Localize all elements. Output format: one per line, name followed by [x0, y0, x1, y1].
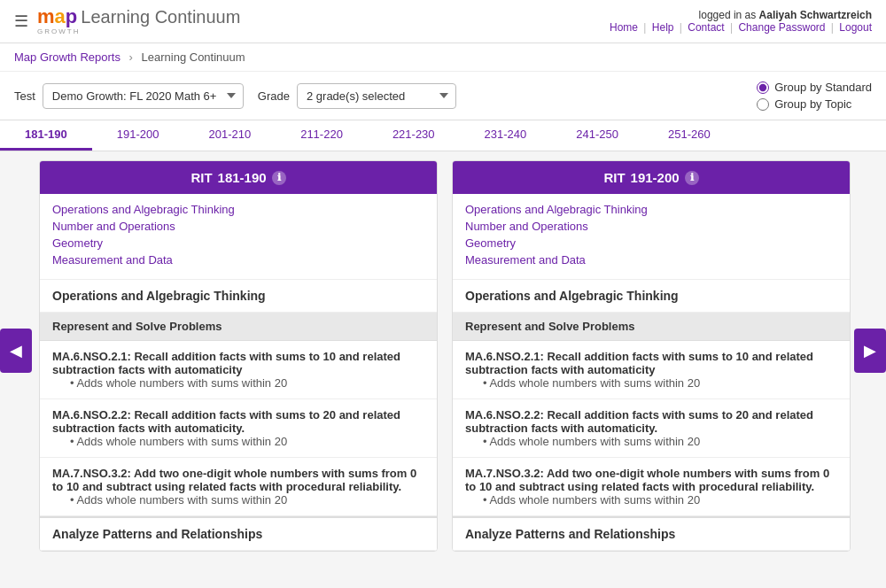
panel1-link-number[interactable]: Number and Operations — [52, 220, 424, 233]
panel2-subsection-1: Represent and Solve Problems — [453, 313, 850, 341]
nav-change-password[interactable]: Change Password — [738, 21, 825, 34]
panel2-bullet-1: Adds whole numbers with sums within 20 — [483, 376, 837, 390]
panel1-section-title: Operations and Algebragic Thinking — [52, 289, 424, 303]
hamburger-menu[interactable]: ☰ — [14, 12, 28, 31]
panel2-link-operations[interactable]: Operations and Algebragic Thinking — [465, 203, 837, 216]
rit-tab-221-230[interactable]: 221-230 — [368, 120, 460, 151]
panel2-standard-3: MA.7.NSO.3.2: Add two one-digit whole nu… — [453, 458, 850, 516]
nav-right-button[interactable]: ▶ — [854, 329, 886, 373]
rit-tabs: 181-190 191-200 201-210 211-220 221-230 … — [0, 120, 886, 151]
panel1-standard-code-1: MA.6.NSO.2.1: Recall addition facts with… — [52, 350, 424, 376]
panel2-info-icon[interactable]: ℹ — [685, 171, 699, 185]
breadcrumb-current: Learning Continuum — [142, 50, 245, 64]
panel1-link-operations[interactable]: Operations and Algebragic Thinking — [52, 203, 424, 216]
panel1-standard-3: MA.7.NSO.3.2: Add two one-digit whole nu… — [40, 458, 437, 516]
panel2-link-measurement[interactable]: Measurement and Data — [465, 253, 837, 267]
panel2-standard-code-3: MA.7.NSO.3.2: Add two one-digit whole nu… — [465, 467, 837, 493]
grade-control: Grade 2 grade(s) selected — [258, 83, 456, 109]
main-content: ◀ RIT 181-190 ℹ Operations and Algebragi… — [0, 151, 886, 561]
controls-bar: Test Demo Growth: FL 2020 Math 6+ Grade … — [0, 72, 886, 120]
test-control: Test Demo Growth: FL 2020 Math 6+ — [14, 83, 244, 109]
test-label: Test — [14, 89, 35, 103]
panel1-link-geometry[interactable]: Geometry — [52, 236, 424, 250]
breadcrumb-parent[interactable]: Map Growth Reports — [14, 50, 120, 64]
nav-left-button[interactable]: ◀ — [0, 329, 32, 373]
username: Aaliyah Schwartzreich — [759, 9, 872, 21]
grade-dropdown[interactable]: 2 grade(s) selected — [297, 83, 456, 109]
panel2-section-header: Operations and Algebragic Thinking — [453, 280, 850, 313]
panel1-rit-range: 181-190 — [218, 170, 267, 185]
right-arrow-icon: ▶ — [864, 341, 876, 360]
panel1-info-icon[interactable]: ℹ — [272, 171, 286, 185]
panel1-rit-label: RIT — [190, 170, 212, 185]
radio-topic-label: Group by Topic — [774, 97, 851, 111]
rit-tab-211-220[interactable]: 211-220 — [276, 120, 368, 151]
panel1-standard-1: MA.6.NSO.2.1: Recall addition facts with… — [40, 341, 437, 399]
rit-tab-251-260[interactable]: 251-260 — [643, 120, 735, 151]
radio-standard-input[interactable] — [757, 81, 769, 94]
panel2-standard-1: MA.6.NSO.2.1: Recall addition facts with… — [453, 341, 850, 399]
panel2-section-analyze: Analyze Patterns and Relationships — [453, 516, 850, 551]
panel2-bullet-2: Adds whole numbers with sums within 20 — [483, 435, 837, 448]
breadcrumb: Map Growth Reports › Learning Continuum — [0, 43, 886, 72]
rit-tab-231-240[interactable]: 231-240 — [460, 120, 552, 151]
panel2-analyze-title: Analyze Patterns and Relationships — [465, 527, 837, 541]
grouping-radio-group: Group by Standard Group by Topic — [757, 81, 872, 111]
logo-title: Learning Continuum — [81, 7, 240, 27]
radio-standard[interactable]: Group by Standard — [757, 81, 872, 94]
panel1-link-measurement[interactable]: Measurement and Data — [52, 253, 424, 267]
panel2-rit-range: 191-200 — [631, 170, 680, 185]
panel2-bullet-3: Adds whole numbers with sums within 20 — [483, 493, 837, 507]
rit-tab-201-210[interactable]: 201-210 — [183, 120, 276, 151]
panel2-subsection-title-1: Represent and Solve Problems — [465, 320, 837, 333]
user-info: logged in as Aaliyah Schwartzreich — [610, 9, 872, 21]
panel2-standard-2: MA.6.NSO.2.2: Recall addition facts with… — [453, 399, 850, 458]
nav-logout[interactable]: Logout — [839, 21, 872, 34]
panel1-bullet-1: Adds whole numbers with sums within 20 — [70, 376, 424, 390]
logo-container: map Learning Continuum GROWTH — [37, 7, 240, 35]
panel2-rit-label: RIT — [603, 170, 625, 185]
rit-tab-191-200[interactable]: 191-200 — [92, 120, 184, 151]
rit-panel-191-200: RIT 191-200 ℹ Operations and Algebragic … — [452, 160, 851, 552]
panel1-standard-2: MA.6.NSO.2.2: Recall addition facts with… — [40, 399, 437, 458]
panel1-section-header: Operations and Algebragic Thinking — [40, 280, 437, 313]
left-arrow-icon: ◀ — [10, 341, 22, 360]
panel2-standard-code-1: MA.6.NSO.2.1: Recall addition facts with… — [465, 350, 837, 376]
rit-panel-181-190: RIT 181-190 ℹ Operations and Algebragic … — [39, 160, 438, 552]
panel1-standard-code-3: MA.7.NSO.3.2: Add two one-digit whole nu… — [52, 467, 424, 493]
logo-map: map — [37, 7, 77, 27]
header-nav: Home | Help | Contact | Change Password … — [610, 21, 872, 34]
panel1-topic-links: Operations and Algebragic Thinking Numbe… — [40, 194, 437, 280]
grade-label: Grade — [258, 89, 290, 103]
radio-standard-label: Group by Standard — [774, 81, 872, 94]
panel1-section-analyze: Analyze Patterns and Relationships — [40, 516, 437, 551]
panel2-link-number[interactable]: Number and Operations — [465, 220, 837, 233]
rit-tab-181-190[interactable]: 181-190 — [0, 120, 92, 151]
panel1-bullet-2: Adds whole numbers with sums within 20 — [70, 435, 424, 448]
header: ☰ map Learning Continuum GROWTH logged i… — [0, 0, 886, 43]
logo-growth: GROWTH — [37, 27, 240, 35]
panel2-topic-links: Operations and Algebragic Thinking Numbe… — [453, 194, 850, 280]
panel1-bullet-3: Adds whole numbers with sums within 20 — [70, 493, 424, 507]
panel2-link-geometry[interactable]: Geometry — [465, 236, 837, 250]
header-right: logged in as Aaliyah Schwartzreich Home … — [610, 9, 872, 34]
radio-topic-input[interactable] — [757, 98, 769, 111]
panel1-subsection-title-1: Represent and Solve Problems — [52, 320, 424, 333]
panel1-analyze-title: Analyze Patterns and Relationships — [52, 527, 424, 541]
panel1-subsection-1: Represent and Solve Problems — [40, 313, 437, 341]
panels-wrapper: RIT 181-190 ℹ Operations and Algebragic … — [32, 151, 854, 561]
rit-tab-241-250[interactable]: 241-250 — [551, 120, 643, 151]
panel1-standard-code-2: MA.6.NSO.2.2: Recall addition facts with… — [52, 408, 424, 435]
radio-topic[interactable]: Group by Topic — [757, 97, 872, 111]
panel2-section-title: Operations and Algebragic Thinking — [465, 289, 837, 303]
nav-home[interactable]: Home — [610, 21, 638, 34]
header-left: ☰ map Learning Continuum GROWTH — [14, 7, 240, 35]
test-dropdown[interactable]: Demo Growth: FL 2020 Math 6+ — [43, 83, 244, 109]
panel2-standard-code-2: MA.6.NSO.2.2: Recall addition facts with… — [465, 408, 837, 435]
panel1-header: RIT 181-190 ℹ — [40, 161, 437, 194]
panel2-header: RIT 191-200 ℹ — [453, 161, 850, 194]
nav-contact[interactable]: Contact — [688, 21, 724, 34]
nav-help[interactable]: Help — [652, 21, 674, 34]
